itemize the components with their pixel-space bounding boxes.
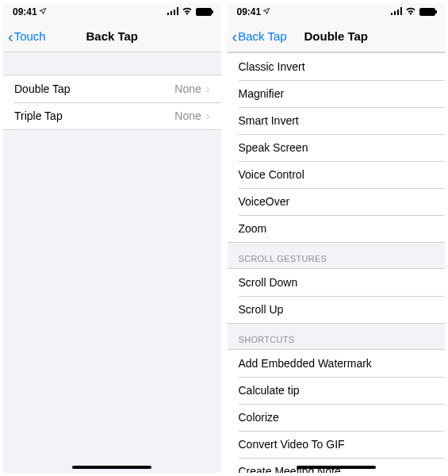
- row-double-tap[interactable]: Double Tap None ›: [3, 75, 221, 102]
- back-label: Touch: [14, 29, 46, 43]
- page-title: Double Tap: [304, 29, 368, 43]
- row-voiceover[interactable]: VoiceOver: [228, 188, 446, 215]
- phone-back-tap: 09:41 ‹ Touch Back Tap Double Tap No: [3, 3, 221, 473]
- options-list: Double Tap None › Triple Tap None ›: [3, 75, 221, 130]
- chevron-right-icon: ›: [206, 109, 210, 122]
- row-label: Colorize: [239, 411, 435, 424]
- status-bar: 09:41: [3, 3, 221, 21]
- row-label: VoiceOver: [239, 195, 435, 208]
- row-label: Scroll Down: [239, 276, 435, 289]
- phone-double-tap: 09:41 ‹ Back Tap Double Tap Classic Inve…: [228, 3, 446, 473]
- chevron-left-icon: ‹: [8, 29, 13, 44]
- home-indicator[interactable]: [72, 466, 151, 469]
- content: Double Tap None › Triple Tap None ›: [3, 52, 221, 473]
- row-label: Voice Control: [239, 168, 435, 181]
- row-magnifier[interactable]: Magnifier: [228, 80, 446, 107]
- row-speak-screen[interactable]: Speak Screen: [228, 134, 446, 161]
- svg-rect-6: [397, 10, 399, 15]
- row-label: Convert Video To GIF: [239, 438, 435, 451]
- scroll-gestures-list: Scroll Down Scroll Up: [228, 268, 446, 324]
- content: Classic Invert Magnifier Smart Invert Sp…: [228, 52, 446, 473]
- row-label: Scroll Up: [239, 303, 435, 316]
- nav-bar: ‹ Back Tap Double Tap: [228, 21, 446, 52]
- back-label: Back Tap: [238, 29, 286, 43]
- row-scroll-down[interactable]: Scroll Down: [228, 269, 446, 296]
- battery-icon: [419, 8, 435, 16]
- row-value: None: [174, 83, 201, 95]
- row-label: Speak Screen: [239, 141, 435, 154]
- wifi-icon: [182, 6, 193, 17]
- svg-rect-3: [177, 7, 178, 15]
- status-bar: 09:41: [228, 3, 446, 21]
- row-add-watermark[interactable]: Add Embedded Watermark: [228, 350, 446, 377]
- svg-rect-1: [170, 11, 172, 15]
- svg-rect-0: [167, 13, 169, 15]
- row-label: Add Embedded Watermark: [239, 357, 435, 370]
- back-button[interactable]: ‹ Touch: [8, 29, 46, 44]
- row-voice-control[interactable]: Voice Control: [228, 161, 446, 188]
- section-header-shortcuts: Shortcuts: [228, 324, 446, 349]
- row-label: Smart Invert: [239, 114, 435, 127]
- svg-rect-5: [394, 11, 396, 15]
- back-button[interactable]: ‹ Back Tap: [232, 29, 287, 44]
- nav-bar: ‹ Touch Back Tap: [3, 21, 221, 52]
- chevron-left-icon: ‹: [232, 29, 238, 44]
- home-indicator[interactable]: [297, 466, 376, 469]
- location-icon: [39, 6, 47, 17]
- signal-icon: [391, 6, 402, 17]
- row-scroll-up[interactable]: Scroll Up: [228, 296, 446, 323]
- row-classic-invert[interactable]: Classic Invert: [228, 53, 446, 80]
- row-colorize[interactable]: Colorize: [228, 404, 446, 431]
- battery-icon: [196, 8, 212, 16]
- section-header-scroll: Scroll Gestures: [228, 243, 446, 268]
- row-smart-invert[interactable]: Smart Invert: [228, 107, 446, 134]
- shortcuts-list: Add Embedded Watermark Calculate tip Col…: [228, 349, 446, 473]
- row-convert-video[interactable]: Convert Video To GIF: [228, 431, 446, 458]
- row-label: Double Tap: [14, 83, 174, 95]
- svg-rect-7: [400, 7, 402, 15]
- status-time: 09:41: [237, 6, 262, 17]
- svg-rect-4: [391, 13, 392, 15]
- status-time: 09:41: [13, 6, 37, 17]
- row-calculate-tip[interactable]: Calculate tip: [228, 377, 446, 404]
- row-zoom[interactable]: Zoom: [228, 215, 446, 242]
- row-label: Classic Invert: [239, 60, 435, 73]
- row-label: Magnifier: [239, 87, 435, 100]
- svg-rect-2: [174, 10, 175, 15]
- accessibility-list: Classic Invert Magnifier Smart Invert Sp…: [228, 52, 446, 243]
- row-triple-tap[interactable]: Triple Tap None ›: [3, 102, 221, 129]
- row-label: Triple Tap: [14, 109, 174, 122]
- page-title: Back Tap: [86, 29, 138, 43]
- chevron-right-icon: ›: [206, 83, 210, 95]
- row-value: None: [174, 109, 201, 122]
- wifi-icon: [405, 6, 416, 17]
- row-label: Calculate tip: [239, 384, 435, 397]
- location-icon: [262, 6, 270, 17]
- row-label: Zoom: [239, 222, 435, 235]
- signal-icon: [167, 6, 178, 17]
